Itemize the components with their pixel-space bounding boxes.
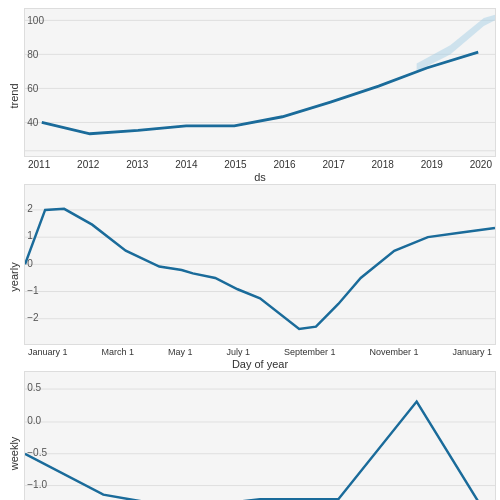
svg-text:−1: −1	[27, 285, 39, 296]
svg-text:100: 100	[27, 15, 44, 26]
svg-text:2: 2	[27, 204, 33, 215]
svg-text:0.0: 0.0	[27, 415, 41, 426]
trend-chart-area: 100 80 60 40	[24, 8, 496, 157]
svg-text:1: 1	[27, 231, 33, 242]
svg-text:−2: −2	[27, 312, 39, 323]
trend-panel: trend 100 80	[4, 8, 496, 184]
yearly-panel: yearly 2 1	[4, 184, 496, 371]
yearly-x-label: Day of year	[24, 357, 496, 371]
trend-x-label: ds	[24, 170, 496, 184]
weekly-y-label: weekly	[4, 371, 24, 500]
chart-container: trend 100 80	[0, 0, 500, 500]
svg-text:0: 0	[27, 258, 33, 269]
trend-y-label: trend	[4, 8, 24, 184]
svg-text:60: 60	[27, 83, 39, 94]
svg-text:−1.0: −1.0	[27, 479, 47, 490]
svg-text:80: 80	[27, 49, 39, 60]
svg-text:40: 40	[27, 117, 39, 128]
weekly-chart-area: 0.5 0.0 −0.5 −1.0	[24, 371, 496, 500]
yearly-x-ticks: January 1 March 1 May 1 July 1 September…	[24, 345, 496, 357]
weekly-panel: weekly 0.5 0.0 −0.5 −1.0	[4, 371, 496, 500]
yearly-y-label: yearly	[4, 184, 24, 371]
trend-x-ticks: 2011 2012 2013 2014 2015 2016 2017 2018 …	[24, 157, 496, 170]
svg-marker-5	[417, 15, 495, 72]
svg-text:0.5: 0.5	[27, 382, 41, 393]
svg-text:−0.5: −0.5	[27, 447, 47, 458]
yearly-chart-area: 2 1 0 −1 −2	[24, 184, 496, 345]
